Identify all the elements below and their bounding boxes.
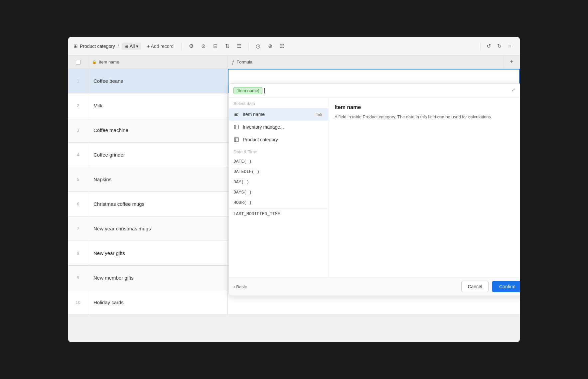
divider-1 [182,42,182,50]
cell-formula-1[interactable]: [Item name] ? ⤢ Select data [228,69,520,93]
table-title: Product category [80,44,115,49]
filter-icon[interactable]: ⊘ [199,42,208,51]
divider-3 [480,42,481,50]
settings-icon[interactable]: ⚙ [187,42,196,51]
func-hour[interactable]: HOUR( ) [229,197,328,208]
confirm-button[interactable]: Confirm [492,281,520,292]
inventory-menu-label: Inventory manage... [243,124,324,130]
table-icon: ⊞ [74,43,78,49]
col-formula-label: Formula [236,60,252,64]
date-time-label: Date & Time [229,146,328,156]
history-icon[interactable]: ◷ [253,42,263,51]
separator: / [118,44,119,49]
toolbar-title: ⊞ Product category [74,43,115,49]
table-container: 🔒 Item name ƒ Formula + 1 ⤢ Coffee beans [68,56,520,342]
func-day[interactable]: DAY( ) [229,177,328,187]
formula-input-row: [Item name] ? ⤢ [229,84,520,98]
item-name-header: 🔒 Item name [88,56,228,68]
svg-rect-6 [234,138,238,142]
row-num-7: 7 [68,216,88,241]
redo-icon[interactable]: ↻ [495,42,504,51]
formula-func-icon: ƒ [232,59,234,65]
formula-tag: [Item name] [233,87,262,94]
row-num-1: 1 ⤢ [68,69,88,93]
formula-header: ƒ Formula [228,56,503,68]
row-num-5: 5 [68,167,88,191]
col-item-name-label: Item name [99,60,119,64]
row-num-9: 9 [68,266,88,290]
row-num-4: 4 [68,143,88,167]
row-num-2: 2 [68,93,88,118]
back-chevron-icon: ‹ [233,284,235,289]
checkbox-header[interactable] [68,56,88,68]
select-data-label: Select data [229,98,328,108]
info-title: Item name [335,104,520,110]
product-category-icon [233,137,239,143]
svg-rect-0 [234,113,238,114]
sort-icon[interactable]: ⇅ [222,42,232,51]
toolbar-left: ⊞ Product category / ⊞ All ▾ + Add recor… [74,42,476,51]
back-label: Basic [236,284,247,289]
footer-actions: Cancel Confirm [461,281,520,292]
toolbar: ⊞ Product category / ⊞ All ▾ + Add recor… [68,37,520,56]
product-category-menu-label: Product category [243,137,324,142]
cell-name-7[interactable]: New year christmas mugs [88,216,228,241]
popup-footer: ‹ Basic Cancel Confirm [229,277,520,296]
toolbar-right: ↺ ↻ ≡ [478,42,514,51]
cell-name-5[interactable]: Napkins [88,167,228,191]
search-icon[interactable]: ≡ [505,42,514,51]
add-column-button[interactable]: + [503,56,520,68]
item-name-menu-label: Item name [243,112,311,117]
row-num-6: 6 [68,192,88,216]
func-date[interactable]: DATE( ) [229,156,328,167]
svg-rect-1 [234,114,237,115]
divider-2 [248,42,249,50]
menu-item-inventory[interactable]: Inventory manage... [229,121,328,133]
cell-name-8[interactable]: New year gifts [88,241,228,265]
cell-name-10[interactable]: Holiday cards [88,290,228,315]
row-num-3: 3 [68,118,88,142]
cell-name-6[interactable]: Christmas coffee mugs [88,192,228,216]
cancel-button[interactable]: Cancel [461,281,489,292]
func-days[interactable]: DAYS( ) [229,187,328,197]
popup-left: Select data [229,98,329,277]
undo-icon[interactable]: ↺ [484,42,493,51]
table-header: 🔒 Item name ƒ Formula + [68,56,520,69]
lock-icon: 🔒 [92,60,97,64]
expand-formula-icon[interactable]: ⤢ [512,87,515,92]
cell-name-4[interactable]: Coffee grinder [88,143,228,167]
apps-icon[interactable]: ☷ [277,42,287,51]
cell-name-1[interactable]: Coffee beans [88,69,228,93]
view-label: All [130,44,135,49]
formula-popup: [Item name] ? ⤢ Select data [228,83,520,296]
table-body: 1 ⤢ Coffee beans [Item name] ? ⤢ [68,69,520,342]
cell-name-2[interactable]: Milk [88,93,228,118]
view-icon: ⊞ [124,44,128,49]
popup-body: Select data [229,98,520,277]
menu-item-product-category[interactable]: Product category [229,133,328,146]
view-selector[interactable]: ⊞ All ▾ [122,43,141,50]
svg-rect-2 [234,115,238,116]
select-all-checkbox[interactable] [76,60,80,64]
inventory-icon [233,124,239,130]
formula-cursor [264,88,265,93]
back-button[interactable]: ‹ Basic [233,284,247,289]
group-icon[interactable]: ⊟ [211,42,220,51]
tab-badge: Tab [314,112,324,117]
add-record-button[interactable]: + Add record [144,42,177,50]
menu-item-item-name[interactable]: Item name Tab [229,108,328,121]
row-number: 1 [77,78,79,83]
row-num-8: 8 [68,241,88,265]
popup-right: Item name A field in table Product categ… [329,98,520,277]
chevron-down-icon: ▾ [136,44,138,49]
item-name-field-icon [233,111,239,117]
func-last-modified[interactable]: LAST_MODIFIED_TIME [229,208,328,219]
cell-name-9[interactable]: New member gifts [88,266,228,290]
cell-name-3[interactable]: Coffee machine [88,118,228,142]
func-datedif[interactable]: DATEDIF( ) [229,167,328,177]
share-icon[interactable]: ⊕ [265,42,275,51]
info-description: A field in table Product category. The d… [335,114,520,121]
fields-icon[interactable]: ☰ [234,42,244,51]
table-row[interactable]: 1 ⤢ Coffee beans [Item name] ? ⤢ [68,69,520,93]
svg-rect-3 [234,125,238,129]
